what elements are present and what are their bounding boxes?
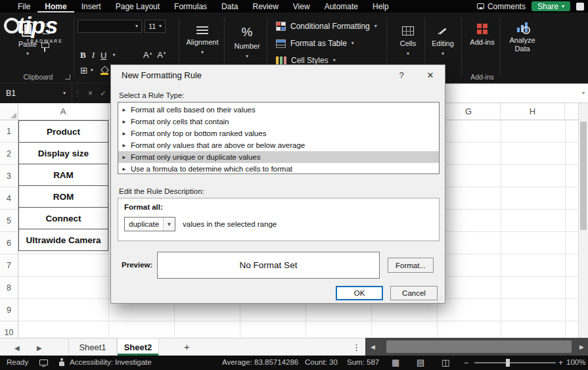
- decrease-font-button[interactable]: A▾: [157, 50, 166, 60]
- horizontal-scrollbar[interactable]: ◀ ▶: [365, 338, 588, 356]
- row-header-7[interactable]: 7: [0, 254, 18, 277]
- cell-a3[interactable]: RAM: [18, 164, 108, 186]
- menu-tab-file[interactable]: File: [11, 0, 37, 12]
- rule-type-option-1[interactable]: ► Format all cells based on their values: [118, 104, 439, 116]
- fill-color-icon[interactable]: [101, 66, 108, 75]
- row-header-10[interactable]: 10: [0, 321, 18, 338]
- menu-tab-help[interactable]: Help: [365, 0, 396, 12]
- borders-icon[interactable]: ⊞: [80, 65, 88, 76]
- alignment-button[interactable]: Alignment ▾: [186, 26, 219, 55]
- underline-button[interactable]: U: [101, 51, 106, 60]
- tab-options-icon[interactable]: ⋮: [352, 342, 361, 352]
- column-header-h[interactable]: H: [501, 103, 565, 120]
- rule-type-option-3[interactable]: ► Format only top or bottom ranked value…: [118, 127, 439, 139]
- dialog-titlebar[interactable]: New Formatting Rule ? ✕: [111, 65, 445, 85]
- close-icon[interactable]: ✕: [416, 65, 445, 85]
- menu-tab-formulas[interactable]: Formulas: [167, 0, 214, 12]
- scroll-left-icon[interactable]: ◀: [371, 344, 375, 350]
- cell-a1[interactable]: Product: [18, 120, 108, 143]
- sheet-tab-sheet2[interactable]: Sheet2: [117, 338, 159, 356]
- zoom-slider-thumb[interactable]: [506, 359, 510, 367]
- zoom-slider[interactable]: [474, 362, 556, 363]
- sheet-tab-sheet1[interactable]: Sheet1: [68, 338, 117, 356]
- editing-button[interactable]: Editing ▾: [427, 26, 459, 57]
- font-name-combo[interactable]: ▾: [78, 20, 142, 33]
- menu-tab-insert[interactable]: Insert: [74, 0, 108, 12]
- menu-tab-automate[interactable]: Automate: [317, 0, 365, 12]
- row-header-6[interactable]: 6: [0, 232, 18, 254]
- horizontal-scroll-thumb[interactable]: [386, 340, 572, 353]
- rule-type-option-label: Format only values that are above or bel…: [131, 141, 305, 149]
- chevron-down-icon[interactable]: ▼: [163, 218, 175, 231]
- vertical-scroll-thumb[interactable]: [580, 122, 587, 230]
- help-icon[interactable]: ?: [387, 65, 416, 85]
- select-all-corner[interactable]: [0, 103, 18, 120]
- bold-button[interactable]: B: [80, 50, 86, 60]
- vertical-scrollbar[interactable]: [578, 103, 588, 338]
- copy-button[interactable]: [41, 24, 49, 34]
- menu-tab-review[interactable]: Review: [245, 0, 285, 12]
- normal-view-icon[interactable]: ▦: [392, 358, 399, 367]
- row-header-1[interactable]: 1: [0, 120, 18, 143]
- cancel-button[interactable]: Cancel: [390, 286, 438, 300]
- format-button[interactable]: Format...: [388, 258, 434, 273]
- clipboard-dialog-launcher-icon[interactable]: [65, 74, 70, 80]
- sheet-nav-left-icon[interactable]: ◀: [14, 344, 20, 352]
- page-break-view-icon[interactable]: ◫: [441, 358, 449, 367]
- rule-type-option-5-selected[interactable]: ► Format only unique or duplicate values: [118, 151, 439, 163]
- number-button[interactable]: % Number ▾: [230, 26, 264, 59]
- comments-button[interactable]: Comments: [477, 2, 526, 11]
- ok-button[interactable]: OK: [336, 286, 383, 300]
- menu-tab-page-layout[interactable]: Page Layout: [108, 0, 167, 12]
- cells-button[interactable]: Cells ▾: [393, 26, 423, 57]
- share-button[interactable]: Share ▾: [531, 1, 570, 11]
- formula-bar-grip[interactable]: ⋮: [72, 83, 83, 103]
- cell-a4[interactable]: ROM: [18, 185, 108, 208]
- enter-icon[interactable]: ✓: [100, 89, 106, 98]
- cell-a5[interactable]: Connect: [18, 207, 108, 229]
- cancel-icon[interactable]: ×: [88, 89, 93, 98]
- scroll-right-icon[interactable]: ▶: [579, 344, 584, 350]
- format-painter-button[interactable]: [41, 43, 49, 53]
- page-layout-view-icon[interactable]: ▤: [417, 358, 424, 367]
- screen-icon[interactable]: [39, 359, 48, 365]
- dialog-resize-grip[interactable]: ⋰: [437, 296, 443, 303]
- row-header-8[interactable]: 8: [0, 277, 18, 299]
- rule-type-option-2[interactable]: ► Format only cells that contain: [118, 116, 439, 127]
- add-ins-button[interactable]: Add-ins: [465, 24, 499, 46]
- increase-font-button[interactable]: A▴: [143, 50, 152, 60]
- duplicate-unique-dropdown[interactable]: duplicate ▼: [124, 217, 175, 231]
- row-header-2[interactable]: 2: [0, 143, 18, 165]
- zoom-out-icon[interactable]: −: [464, 358, 468, 367]
- cell-a6[interactable]: Ultrawide Camera: [18, 229, 108, 251]
- menu-tab-view[interactable]: View: [286, 0, 317, 12]
- row-header-9[interactable]: 9: [0, 299, 18, 321]
- conditional-formatting-button[interactable]: Conditional Formatting ▾: [276, 21, 377, 32]
- accessibility-icon[interactable]: [58, 358, 66, 367]
- chevron-down-icon: ▾: [201, 50, 204, 55]
- row-header-4[interactable]: 4: [0, 187, 18, 210]
- rule-type-option-6[interactable]: ► Use a formula to determine which cells…: [118, 163, 439, 174]
- accessibility-status[interactable]: Accessibility: Investigate: [70, 358, 152, 366]
- name-box[interactable]: B1 ▾: [0, 83, 72, 103]
- column-header-a[interactable]: A: [18, 103, 108, 120]
- format-as-table-button[interactable]: Format as Table ▾: [276, 38, 354, 49]
- zoom-in-icon[interactable]: +: [558, 358, 563, 367]
- font-size-combo[interactable]: 11 ▾: [145, 20, 166, 33]
- new-sheet-button[interactable]: +: [184, 341, 190, 352]
- cell-a2[interactable]: Display size: [18, 142, 108, 164]
- menu-tab-data[interactable]: Data: [214, 0, 245, 12]
- column-header-g[interactable]: G: [437, 103, 501, 120]
- formula-bar-expand-icon[interactable]: ▾: [582, 90, 585, 96]
- row-header-5[interactable]: 5: [0, 210, 18, 232]
- menu-tab-home[interactable]: Home: [37, 0, 74, 12]
- rule-type-option-4[interactable]: ► Format only values that are above or b…: [118, 139, 439, 151]
- format-as-table-icon: [276, 39, 286, 48]
- sheet-nav-right-icon[interactable]: ▶: [37, 344, 42, 352]
- italic-button[interactable]: I: [92, 50, 95, 60]
- row-header-3[interactable]: 3: [0, 165, 18, 187]
- user-avatar[interactable]: [576, 3, 584, 11]
- zoom-level[interactable]: 100%: [566, 358, 585, 366]
- analyze-data-button[interactable]: Analyze Data: [502, 22, 543, 53]
- paste-button[interactable]: Paste ▾: [14, 22, 41, 57]
